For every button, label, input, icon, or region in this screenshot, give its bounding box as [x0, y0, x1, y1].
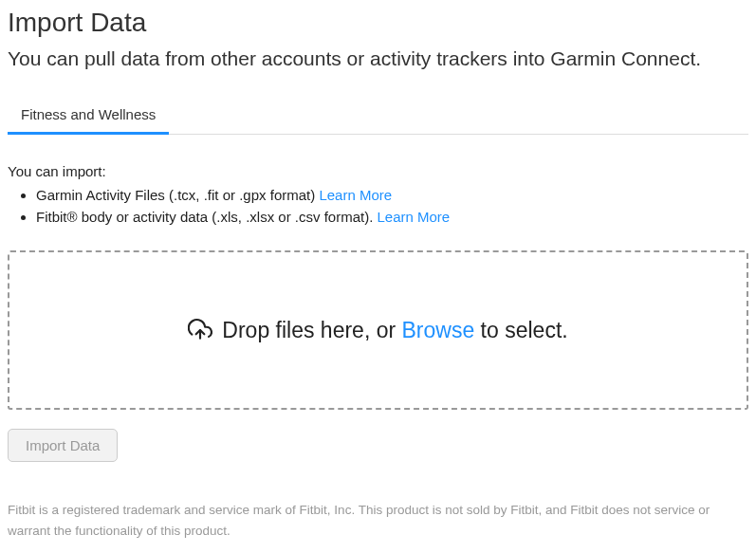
page-title: Import Data	[8, 8, 748, 38]
list-item: Garmin Activity Files (.tcx, .fit or .gp…	[36, 185, 748, 207]
import-data-button[interactable]: Import Data	[8, 429, 118, 462]
dropzone-post: to select.	[474, 318, 567, 342]
import-list: Garmin Activity Files (.tcx, .fit or .gp…	[8, 185, 748, 228]
dropzone-label: Drop files here, or Browse to select.	[188, 318, 567, 343]
tabs: Fitness and Wellness	[8, 99, 748, 135]
dropzone-pre: Drop files here, or	[222, 318, 401, 342]
cloud-upload-icon	[188, 318, 212, 342]
import-intro: You can import:	[8, 163, 748, 179]
file-dropzone[interactable]: Drop files here, or Browse to select.	[8, 250, 748, 410]
learn-more-link-fitbit[interactable]: Learn More	[377, 209, 450, 225]
import-item-text: Garmin Activity Files (.tcx, .fit or .gp…	[36, 187, 319, 203]
learn-more-link-garmin[interactable]: Learn More	[319, 187, 392, 203]
import-item-text: Fitbit® body or activity data (.xls, .xl…	[36, 209, 377, 225]
footer-note: Fitbit is a registered trademark and ser…	[8, 500, 728, 541]
tab-fitness-wellness[interactable]: Fitness and Wellness	[8, 99, 169, 135]
page-subtitle: You can pull data from other accounts or…	[8, 47, 748, 70]
list-item: Fitbit® body or activity data (.xls, .xl…	[36, 207, 748, 229]
browse-link[interactable]: Browse	[402, 318, 475, 342]
